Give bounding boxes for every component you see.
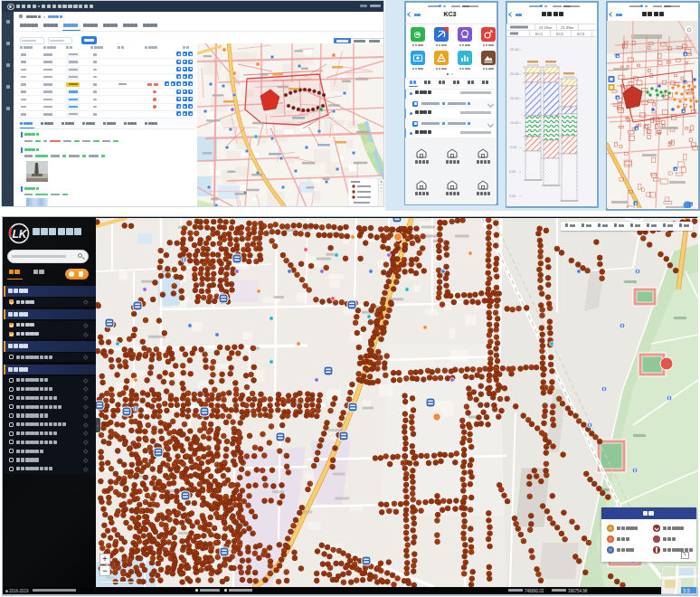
- svg-text:-25.00: -25.00: [509, 48, 518, 52]
- svg-text:-20.00: -20.00: [509, 72, 518, 76]
- svg-text:KC3: KC3: [577, 32, 585, 36]
- svg-text:5.00: 5.00: [509, 194, 516, 198]
- svg-text:-5.00: -5.00: [509, 146, 516, 149]
- svg-text:KC2: KC2: [556, 32, 564, 36]
- svg-text:KC1: KC1: [535, 32, 544, 36]
- svg-text:0.00: 0.00: [509, 170, 516, 174]
- svg-text:-10.00: -10.00: [509, 121, 518, 125]
- svg-text:5.5: 5.5: [684, 588, 690, 593]
- svg-text:21.35m: 21.35m: [561, 25, 573, 30]
- svg-text:LK: LK: [13, 228, 28, 241]
- svg-text:21.05m: 21.05m: [539, 25, 552, 30]
- svg-text:-15.00: -15.00: [509, 97, 518, 100]
